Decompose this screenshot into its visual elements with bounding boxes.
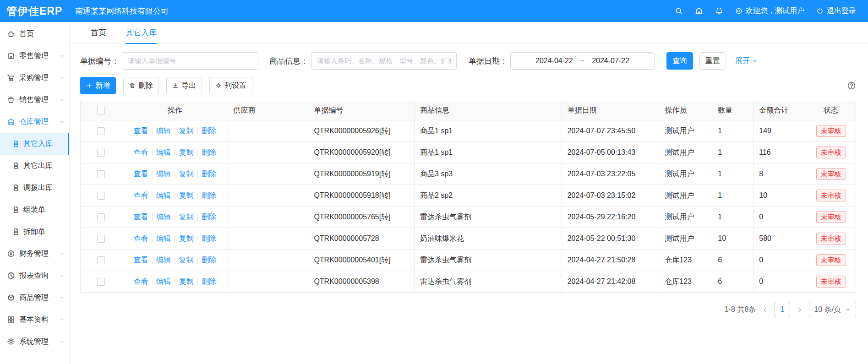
sidebar-item-report[interactable]: 报表查询 <box>0 265 69 287</box>
row-action-delete[interactable]: 删除 <box>202 277 216 287</box>
delete-button-label: 删除 <box>138 81 153 91</box>
cell-operator: 测试用户 <box>659 163 712 185</box>
row-action-view[interactable]: 查看 <box>133 277 148 287</box>
cell-qty: 1 <box>712 163 753 185</box>
bell-icon[interactable] <box>715 7 723 15</box>
tab-other-inbound[interactable]: 其它入库 <box>126 22 157 43</box>
delete-button[interactable]: 删除 <box>123 77 159 94</box>
add-button[interactable]: 新增 <box>80 77 116 94</box>
sidebar-subitem-transfer-outbound[interactable]: 调拨出库 <box>0 177 69 199</box>
row-action-copy[interactable]: 复制 <box>179 148 194 158</box>
row-action-edit[interactable]: 编辑 <box>156 169 171 179</box>
row-action-copy[interactable]: 复制 <box>179 212 194 222</box>
sidebar-subitem-other-inbound[interactable]: 其它入库 <box>0 133 69 155</box>
row-action-edit[interactable]: 编辑 <box>156 234 171 244</box>
search-button[interactable]: 查询 <box>666 52 693 70</box>
chevron-right-icon[interactable] <box>796 306 803 313</box>
row-checkbox[interactable] <box>97 256 105 264</box>
row-action-view[interactable]: 查看 <box>133 191 148 201</box>
sidebar-item-goods[interactable]: 商品管理 <box>0 287 69 309</box>
row-checkbox[interactable] <box>97 149 105 157</box>
status-badge: 未审核 <box>816 276 846 288</box>
row-action-copy[interactable]: 复制 <box>179 277 194 287</box>
sidebar-subitem-other-outbound[interactable]: 其它出库 <box>0 155 69 177</box>
row-action-edit[interactable]: 编辑 <box>156 277 171 287</box>
cell-supplier <box>228 185 309 206</box>
home-icon <box>7 30 15 38</box>
cell-date: 2024-05-29 22:16:20 <box>562 206 660 228</box>
page-size-select[interactable]: 10 条/页 <box>809 302 856 317</box>
column-settings-button[interactable]: 列设置 <box>209 77 252 94</box>
export-button[interactable]: 导出 <box>166 77 202 94</box>
help-icon[interactable] <box>847 81 856 90</box>
status-badge: 未审核 <box>816 211 846 223</box>
row-action-delete[interactable]: 删除 <box>202 191 216 201</box>
row-action-delete[interactable]: 删除 <box>202 148 216 158</box>
tab-home[interactable]: 首页 <box>91 22 106 43</box>
row-action-view[interactable]: 查看 <box>133 169 148 179</box>
logout-button[interactable]: 退出登录 <box>816 6 856 16</box>
row-action-view[interactable]: 查看 <box>133 126 148 136</box>
cell-status: 未审核 <box>806 271 856 292</box>
row-action-copy[interactable]: 复制 <box>179 169 194 179</box>
sidebar-item-home[interactable]: 首页 <box>0 23 69 45</box>
status-badge: 未审核 <box>816 147 846 158</box>
row-checkbox[interactable] <box>97 127 105 135</box>
row-checkbox[interactable] <box>97 278 105 286</box>
row-action-edit[interactable]: 编辑 <box>156 126 171 136</box>
sidebar-item-finance[interactable]: 财务管理 <box>0 243 69 265</box>
reset-button[interactable]: 重置 <box>699 52 726 70</box>
page-number-button[interactable]: 1 <box>775 302 790 317</box>
expand-link[interactable]: 展开 <box>735 56 758 66</box>
row-action-edit[interactable]: 编辑 <box>156 191 171 201</box>
row-action-view[interactable]: 查看 <box>133 234 148 244</box>
date-from-value[interactable]: 2024-04-22 <box>535 57 573 65</box>
row-action-delete[interactable]: 删除 <box>202 255 216 265</box>
welcome-user[interactable]: 欢迎您，测试用户 <box>735 6 804 16</box>
row-action-view[interactable]: 查看 <box>133 255 148 265</box>
chevron-left-icon[interactable] <box>762 306 769 313</box>
row-action-delete[interactable]: 删除 <box>202 169 216 179</box>
date-range-picker[interactable]: 2024-04-22 ~ 2024-07-22 <box>510 52 655 70</box>
row-action-delete[interactable]: 删除 <box>202 212 216 222</box>
cell-bill-no: QTRK00000005926[转] <box>308 120 415 141</box>
row-checkbox[interactable] <box>97 235 105 243</box>
row-action-copy[interactable]: 复制 <box>179 126 194 136</box>
row-action-copy[interactable]: 复制 <box>179 191 194 201</box>
sidebar-subitem-assembly-bill[interactable]: 组装单 <box>0 199 69 221</box>
sidebar-item-system[interactable]: 系统管理 <box>0 331 69 353</box>
row-action-copy[interactable]: 复制 <box>179 234 194 244</box>
sidebar-subitem-disassembly-bill[interactable]: 拆卸单 <box>0 221 69 243</box>
building-icon[interactable] <box>695 7 703 15</box>
row-action-view[interactable]: 查看 <box>133 212 148 222</box>
product-info-input[interactable] <box>311 52 457 70</box>
action-separator: | <box>151 256 153 264</box>
select-all-checkbox[interactable] <box>97 107 105 114</box>
sidebar-item-base[interactable]: 基本资料 <box>0 309 69 331</box>
sidebar-item-sales[interactable]: 销售管理 <box>0 89 69 111</box>
status-badge: 未审核 <box>816 168 846 180</box>
pagination: 1-8 共8条 1 10 条/页 <box>70 293 868 317</box>
date-to-value[interactable]: 2024-07-22 <box>592 57 629 65</box>
sidebar-item-purchase[interactable]: 采购管理 <box>0 67 69 89</box>
row-select-cell <box>81 185 122 206</box>
row-checkbox[interactable] <box>97 213 105 221</box>
row-action-edit[interactable]: 编辑 <box>156 212 171 222</box>
logout-icon <box>816 7 824 15</box>
search-icon[interactable] <box>675 7 683 15</box>
status-badge: 未审核 <box>816 190 846 201</box>
sidebar-item-warehouse[interactable]: 仓库管理 <box>0 111 69 133</box>
row-checkbox[interactable] <box>97 170 105 178</box>
row-action-edit[interactable]: 编辑 <box>156 255 171 265</box>
row-action-delete[interactable]: 删除 <box>202 126 216 136</box>
row-checkbox[interactable] <box>97 192 105 200</box>
row-action-view[interactable]: 查看 <box>133 148 148 158</box>
bill-no-input[interactable] <box>122 52 258 70</box>
row-action-delete[interactable]: 删除 <box>202 234 216 244</box>
row-action-copy[interactable]: 复制 <box>179 255 194 265</box>
tabbar: 首页其它入库 <box>70 22 868 44</box>
row-action-edit[interactable]: 编辑 <box>156 148 171 158</box>
cell-bill-no: QTRK00000005919[转] <box>308 163 415 185</box>
welcome-text: 欢迎您，测试用户 <box>746 6 804 16</box>
sidebar-item-retail[interactable]: 零售管理 <box>0 45 69 67</box>
